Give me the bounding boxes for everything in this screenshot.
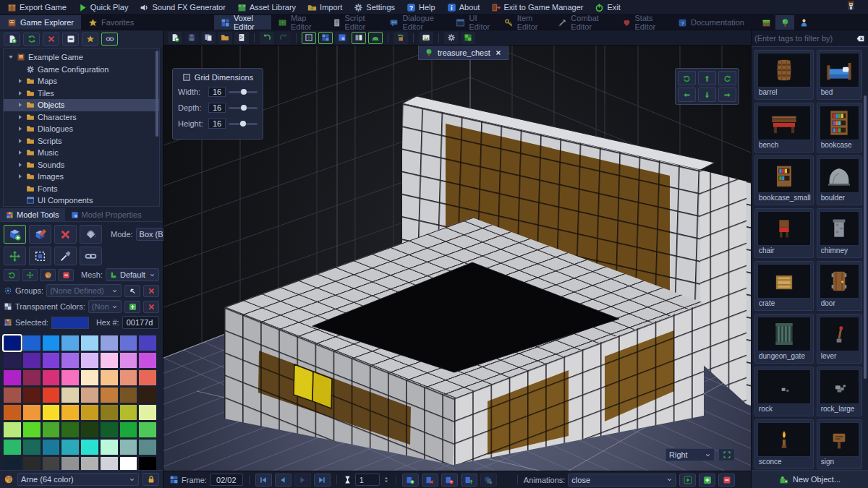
- grid-width-value[interactable]: 16: [208, 87, 226, 97]
- tree-item-scripts[interactable]: Scripts: [4, 135, 159, 147]
- palette-swatch-41[interactable]: [23, 422, 41, 437]
- tab-model-properties[interactable]: Model Properties: [65, 208, 148, 221]
- object-card-lever[interactable]: lever: [817, 314, 862, 364]
- last-frame-button[interactable]: [314, 474, 331, 487]
- hex-input[interactable]: 00177d: [122, 316, 159, 329]
- palette-swatch-37[interactable]: [101, 405, 118, 420]
- rotate-ccw-button[interactable]: [678, 71, 696, 85]
- save-model-button[interactable]: [184, 32, 199, 44]
- menu-item-about[interactable]: iAbout: [441, 0, 486, 14]
- tree-expand-arrow[interactable]: [17, 91, 23, 95]
- palette-swatch-47[interactable]: [139, 422, 156, 437]
- palette-swatch-27[interactable]: [61, 388, 79, 403]
- palette-swatch-38[interactable]: [120, 405, 137, 420]
- move-down-button[interactable]: [698, 87, 716, 102]
- tree-expand-arrow[interactable]: [17, 174, 23, 179]
- palette-swatch-36[interactable]: [81, 405, 98, 420]
- play-animation-button[interactable]: [679, 474, 696, 487]
- palette-swatch-10[interactable]: [43, 353, 60, 368]
- mirror-button[interactable]: [80, 247, 102, 265]
- palette-select[interactable]: Arne (64 color): [17, 473, 139, 486]
- frame-counter[interactable]: 02/02: [210, 474, 243, 486]
- menu-item-export-game[interactable]: Export Game: [1, 0, 72, 14]
- tree-item-game-configuration[interactable]: Game Configuration: [4, 64, 159, 76]
- open-model-button[interactable]: [218, 32, 232, 44]
- tree-expand-arrow[interactable]: [17, 79, 23, 83]
- tab-dialogue-editor[interactable]: Dialogue Editor: [383, 15, 449, 30]
- tab-ui-editor[interactable]: UI Editor: [449, 15, 497, 30]
- palette-swatch-49[interactable]: [23, 440, 41, 455]
- new-object-button[interactable]: New Object...: [752, 470, 868, 488]
- pick-group-button[interactable]: [124, 285, 140, 297]
- object-card-chimney[interactable]: chimney: [817, 208, 862, 258]
- object-card-crate[interactable]: crate: [754, 261, 814, 311]
- object-card-bookcase_small[interactable]: bookcase_small: [754, 155, 814, 205]
- object-card-chair[interactable]: chair: [754, 208, 814, 258]
- palette-swatch-30[interactable]: [120, 388, 137, 403]
- new-asset-button[interactable]: [4, 33, 20, 46]
- select-voxels-button[interactable]: [29, 247, 51, 265]
- palette-swatch-29[interactable]: [101, 388, 118, 403]
- erase-voxel-button[interactable]: [54, 225, 77, 244]
- grid-height-value[interactable]: 16: [208, 119, 226, 129]
- tree-expand-arrow[interactable]: [17, 139, 23, 143]
- palette-swatch-34[interactable]: [43, 405, 60, 420]
- palette-swatch-44[interactable]: [81, 422, 98, 437]
- tree-item-ui-components[interactable]: UI Components: [4, 194, 159, 207]
- add-animation-button[interactable]: [699, 474, 715, 487]
- new-model-button[interactable]: [168, 32, 182, 44]
- object-card-bookcase[interactable]: bookcase: [817, 103, 862, 153]
- fit-view-button[interactable]: [718, 448, 735, 461]
- transparent-colors-select[interactable]: (None): [88, 300, 122, 313]
- move-right-button[interactable]: [718, 87, 736, 102]
- remove-animation-button[interactable]: [718, 474, 735, 487]
- tab-voxel-editor[interactable]: Voxel Editor: [214, 15, 271, 30]
- palette-swatch-12[interactable]: [81, 353, 98, 368]
- tab-objects[interactable]: [775, 15, 794, 30]
- palette-swatch-43[interactable]: [61, 422, 79, 437]
- delete-button[interactable]: [43, 33, 59, 46]
- palette-swatch-40[interactable]: [4, 422, 21, 437]
- tab-stats-editor[interactable]: Stats Editor: [616, 15, 671, 30]
- selected-color-swatch[interactable]: [51, 317, 89, 329]
- rotate-cw-button[interactable]: [718, 71, 736, 85]
- move-up-button[interactable]: [698, 71, 716, 85]
- palette-swatch-28[interactable]: [81, 388, 98, 403]
- palette-swatch-13[interactable]: [101, 353, 118, 368]
- grid-depth-value[interactable]: 16: [208, 103, 226, 113]
- palette-swatch-14[interactable]: [120, 353, 137, 368]
- clear-filter-icon[interactable]: [856, 34, 865, 43]
- remove-button[interactable]: [58, 269, 74, 281]
- close-icon[interactable]: [495, 49, 502, 56]
- stepper-icon[interactable]: [383, 475, 390, 484]
- tree-expand-arrow[interactable]: [17, 103, 23, 107]
- viewport-settings-button[interactable]: [444, 32, 459, 44]
- palette-swatch-22[interactable]: [120, 370, 137, 385]
- palette-swatch-2[interactable]: [43, 335, 60, 351]
- palette-swatch-23[interactable]: [139, 370, 156, 385]
- menu-item-settings[interactable]: Settings: [348, 0, 401, 14]
- tree-item-dialogues[interactable]: Dialogues: [4, 123, 159, 135]
- menu-item-quick-play[interactable]: Quick Play: [72, 0, 135, 14]
- delete-group-button[interactable]: [143, 285, 159, 297]
- collapse-all-button[interactable]: [62, 33, 79, 46]
- palette-swatch-53[interactable]: [101, 440, 118, 455]
- palette-swatch-9[interactable]: [23, 353, 41, 368]
- tab-favorites[interactable]: Favorites: [81, 15, 141, 30]
- tree-item-objects[interactable]: Objects: [4, 99, 159, 111]
- palette-swatch-19[interactable]: [61, 370, 79, 385]
- tree-expand-arrow[interactable]: [17, 127, 23, 131]
- palette-swatch-45[interactable]: [101, 422, 118, 437]
- palette-swatch-1[interactable]: [23, 335, 41, 351]
- tab-combat-editor[interactable]: Combat Editor: [551, 15, 615, 30]
- export-model-button[interactable]: [234, 32, 249, 44]
- tab-tiles[interactable]: [757, 15, 775, 30]
- recolor-button[interactable]: [40, 269, 56, 281]
- add-voxel-button[interactable]: [4, 225, 26, 244]
- object-card-rock[interactable]: rock: [754, 367, 814, 416]
- duplicate-model-button[interactable]: [201, 32, 216, 44]
- paint-voxel-button[interactable]: [29, 225, 51, 244]
- palette-swatch-50[interactable]: [43, 440, 60, 455]
- insert-frame-button[interactable]: [461, 474, 477, 487]
- menu-item-exit[interactable]: Exit: [589, 0, 626, 14]
